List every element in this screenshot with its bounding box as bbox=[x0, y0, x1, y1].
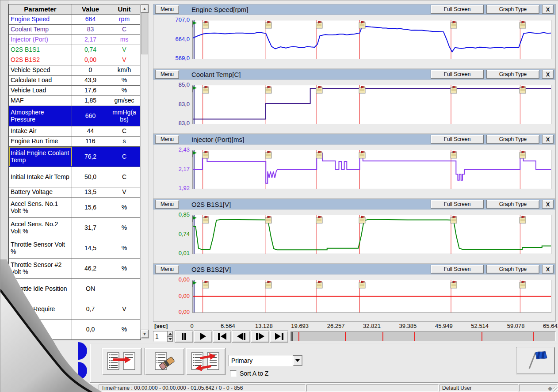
bookmark-flag-icon[interactable] bbox=[449, 216, 458, 224]
graph-type-button[interactable]: Graph Type bbox=[486, 135, 539, 144]
bookmark-flag-icon[interactable] bbox=[264, 216, 273, 224]
bookmark-flag-icon[interactable] bbox=[358, 21, 367, 29]
full-screen-button[interactable]: Full Screen bbox=[431, 135, 484, 144]
frame-step-input[interactable]: 1 bbox=[153, 331, 167, 342]
clear-parameters-button[interactable] bbox=[145, 348, 184, 375]
graph-type-button[interactable]: Graph Type bbox=[486, 265, 539, 274]
bookmark-flag-icon[interactable] bbox=[358, 86, 367, 94]
parameter-set-select[interactable]: Primary bbox=[229, 355, 303, 366]
bookmark-flag-icon[interactable] bbox=[315, 216, 324, 224]
menu-button[interactable]: Menu bbox=[155, 135, 179, 144]
table-row[interactable]: Engine Run Time116s bbox=[9, 137, 140, 147]
menu-button[interactable]: Menu bbox=[155, 70, 179, 79]
table-row[interactable]: Battery Voltage13,5V bbox=[9, 187, 140, 198]
table-row[interactable]: Injector (Port)2,17ms bbox=[9, 35, 140, 45]
table-row[interactable]: Coolant Temp83C bbox=[9, 25, 140, 35]
bookmark-flag-icon[interactable] bbox=[315, 151, 324, 159]
bookmark-flag-icon[interactable] bbox=[264, 151, 273, 159]
copy-parameters-button[interactable] bbox=[102, 348, 141, 375]
menu-button[interactable]: Menu bbox=[155, 200, 179, 209]
close-graph-button[interactable]: X bbox=[542, 200, 554, 209]
table-row[interactable]: MAF1,85gm/sec bbox=[9, 96, 140, 106]
graph-type-button[interactable]: Graph Type bbox=[486, 5, 539, 14]
plot-area[interactable] bbox=[192, 280, 551, 313]
table-row[interactable]: Atmosphere Pressure660mmHg(abs) bbox=[9, 106, 140, 126]
table-row[interactable]: Intake Air44C bbox=[9, 126, 140, 137]
bookmark-flag-icon[interactable] bbox=[358, 151, 367, 159]
bookmark-flag-icon[interactable] bbox=[315, 21, 324, 29]
table-row[interactable]: Accel Sens. No.2 Volt %31,7% bbox=[9, 218, 140, 238]
table-row[interactable]: Throttle Sensor Volt %14,5% bbox=[9, 238, 140, 259]
close-graph-button[interactable]: X bbox=[542, 70, 554, 79]
table-row[interactable]: Vehicle Speed0km/h bbox=[9, 65, 140, 76]
scroll-up-icon[interactable]: ▲ bbox=[141, 4, 149, 13]
table-row[interactable]: Initial Engine Coolant Temp76,2C bbox=[9, 147, 140, 167]
plot-area[interactable] bbox=[192, 150, 551, 189]
spin-up-icon[interactable] bbox=[167, 331, 173, 336]
bookmark-flag-icon[interactable] bbox=[201, 21, 210, 29]
full-screen-button[interactable]: Full Screen bbox=[431, 5, 484, 14]
table-row[interactable]: 0,0% bbox=[9, 320, 140, 340]
table-row[interactable]: O2S B1S10,74V bbox=[9, 45, 140, 55]
timeline-thumb[interactable] bbox=[291, 332, 293, 341]
bookmark-flag-icon[interactable] bbox=[358, 281, 367, 289]
close-graph-button[interactable]: X bbox=[542, 5, 554, 14]
step-back-button[interactable] bbox=[232, 331, 250, 343]
swap-parameters-button[interactable] bbox=[186, 348, 225, 375]
menu-button[interactable]: Menu bbox=[155, 5, 179, 14]
bookmark-flag-icon[interactable] bbox=[518, 21, 527, 29]
bookmark-flag-icon[interactable] bbox=[449, 281, 458, 289]
bookmark-flag-icon[interactable] bbox=[201, 86, 210, 94]
bookmark-flag-icon[interactable] bbox=[518, 216, 527, 224]
table-row[interactable]: Vehicle Load17,6% bbox=[9, 86, 140, 96]
close-graph-button[interactable]: X bbox=[542, 265, 554, 274]
bookmark-flag-icon[interactable] bbox=[201, 281, 210, 289]
column-header-unit[interactable]: Unit bbox=[109, 4, 139, 14]
bookmark-flag-icon[interactable] bbox=[449, 151, 458, 159]
scroll-down-icon[interactable]: ▼ bbox=[141, 330, 149, 338]
pause-button[interactable] bbox=[175, 331, 193, 343]
resize-grip-icon[interactable] bbox=[553, 387, 558, 392]
bookmark-flag-icon[interactable] bbox=[264, 21, 273, 29]
table-row[interactable]: Accel Sens. No.1 Volt %15,6% bbox=[9, 198, 140, 218]
bookmark-flag-icon[interactable] bbox=[358, 216, 367, 224]
bookmark-flag-icon[interactable] bbox=[449, 86, 458, 94]
scrollbar-thumb[interactable] bbox=[141, 13, 148, 54]
finish-flag-button[interactable] bbox=[516, 347, 555, 374]
bookmark-flag-icon[interactable] bbox=[518, 86, 527, 94]
bookmark-flag-icon[interactable] bbox=[518, 281, 527, 289]
bookmark-flag-icon[interactable] bbox=[449, 21, 458, 29]
bookmark-flag-icon[interactable] bbox=[264, 281, 273, 289]
bookmark-flag-icon[interactable] bbox=[518, 151, 527, 159]
menu-button[interactable]: Menu bbox=[155, 265, 179, 274]
last-frame-button[interactable] bbox=[270, 331, 288, 343]
column-header-parameter[interactable]: Parameter bbox=[9, 4, 72, 14]
table-row[interactable]: Initial Intake Air Temp50,0C bbox=[9, 167, 140, 187]
full-screen-button[interactable]: Full Screen bbox=[431, 200, 484, 209]
bookmark-flag-icon[interactable] bbox=[201, 151, 210, 159]
plot-area[interactable] bbox=[192, 85, 551, 124]
full-screen-button[interactable]: Full Screen bbox=[431, 265, 484, 274]
table-scrollbar[interactable]: ▲ ▼ bbox=[140, 4, 149, 339]
table-row[interactable]: Throttle Idle PositionON bbox=[9, 279, 140, 299]
column-header-value[interactable]: Value bbox=[72, 4, 109, 14]
full-screen-button[interactable]: Full Screen bbox=[431, 70, 484, 79]
table-row[interactable]: Calculate Load43,9% bbox=[9, 76, 140, 86]
table-row[interactable]: Engine Speed664rpm bbox=[9, 15, 140, 25]
bookmark-flag-icon[interactable] bbox=[315, 281, 324, 289]
graph-type-button[interactable]: Graph Type bbox=[486, 70, 539, 79]
plot-area[interactable] bbox=[192, 215, 551, 254]
bookmark-flag-icon[interactable] bbox=[264, 86, 273, 94]
graph-type-button[interactable]: Graph Type bbox=[486, 200, 539, 209]
table-row[interactable]: Throttle Require0,7V bbox=[9, 299, 140, 320]
first-frame-button[interactable] bbox=[213, 331, 231, 343]
step-forward-button[interactable] bbox=[251, 331, 269, 343]
bookmark-flag-icon[interactable] bbox=[315, 86, 324, 94]
table-row[interactable]: O2S B1S20,00V bbox=[9, 55, 140, 65]
chevron-down-icon[interactable] bbox=[293, 355, 302, 366]
timeline-scrubber[interactable] bbox=[290, 331, 556, 341]
play-button[interactable] bbox=[194, 331, 212, 343]
table-row[interactable]: Throttle Sensor #2 Volt %46,2% bbox=[9, 259, 140, 279]
bookmark-flag-icon[interactable] bbox=[201, 216, 210, 224]
plot-area[interactable] bbox=[192, 20, 551, 59]
